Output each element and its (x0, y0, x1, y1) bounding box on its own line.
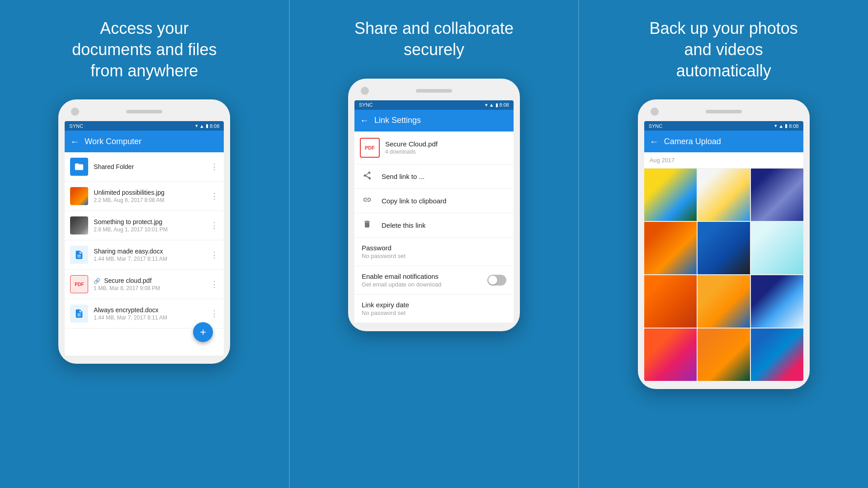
app-bar-3: ← Camera Upload (644, 131, 803, 152)
list-item[interactable]: Shared Folder ⋮ (65, 152, 224, 182)
more-icon[interactable]: ⋮ (210, 309, 218, 319)
phone-top-2 (354, 87, 514, 100)
email-notify-setting[interactable]: Enable email notifications Get email upd… (354, 266, 514, 295)
photo-cell[interactable] (644, 222, 697, 274)
status-icons-3: ▾ ▲ ▮ 8:08 (774, 123, 798, 129)
more-icon[interactable]: ⋮ (210, 250, 218, 260)
file-name: Always encrypted.docx (94, 306, 205, 314)
photo-cell[interactable] (698, 328, 750, 381)
battery-icon: ▮ (206, 123, 208, 129)
more-icon[interactable]: ⋮ (210, 162, 218, 172)
link-file-info: Secure Cloud.pdf 4 downloads (385, 140, 438, 155)
app-bar-title-2: Link Settings (374, 116, 508, 125)
docx-icon (70, 246, 88, 264)
time-2: 8:08 (500, 102, 509, 108)
status-app-name-3: SYNC (649, 123, 663, 129)
back-button-1[interactable]: ← (70, 136, 79, 147)
signal-icon: ▲ (778, 123, 783, 129)
expiry-setting[interactable]: Link expiry date No password set (354, 295, 514, 323)
fab-button[interactable]: + (193, 322, 213, 342)
phone-camera-2 (361, 87, 369, 95)
file-list-1: Shared Folder ⋮ Unlimited possibilities.… (65, 152, 224, 328)
expiry-label: Link expiry date (362, 301, 409, 309)
trash-icon (362, 220, 373, 231)
pdf-icon-large: PDF (360, 138, 380, 158)
photo-cell[interactable] (751, 222, 803, 274)
phone-3: SYNC ▾ ▲ ▮ 8:08 ← Camera Upload Aug 2017 (638, 99, 810, 389)
file-meta: 1 MB, Mar 8, 2017 9:08 PM (94, 285, 205, 291)
delete-link-item[interactable]: Delete this link (354, 213, 514, 238)
jpg-thumbnail (70, 187, 88, 205)
more-icon[interactable]: ⋮ (210, 221, 218, 230)
file-info: Something to protect.jpg 2.8 MB, Aug 1, … (94, 218, 205, 233)
list-item[interactable]: Unlimited possibilities.jpg 2.2 MB, Aug … (65, 182, 224, 211)
wifi-icon: ▾ (485, 102, 488, 108)
phone-camera-1 (71, 108, 79, 116)
status-bar-3: SYNC ▾ ▲ ▮ 8:08 (644, 121, 803, 131)
send-link-label: Send link to ... (382, 173, 425, 180)
file-meta: 2.8 MB, Aug 1, 2017 10:01 PM (94, 226, 205, 233)
time-1: 8:08 (210, 123, 219, 129)
status-app-name-2: SYNC (359, 102, 373, 108)
camera-section-label: Aug 2017 (644, 152, 803, 169)
photo-cell[interactable] (644, 169, 697, 221)
copy-link-item[interactable]: Copy link to clipboard (354, 189, 514, 213)
phone-speaker-3 (706, 110, 742, 113)
link-icon (362, 195, 373, 206)
panel-1-title: Access your documents and files from any… (58, 18, 230, 81)
more-icon[interactable]: ⋮ (210, 191, 218, 201)
photo-cell[interactable] (751, 275, 803, 328)
wifi-icon: ▾ (774, 123, 777, 129)
file-name: Shared Folder (94, 163, 205, 170)
photo-cell[interactable] (698, 275, 750, 328)
link-file-name: Secure Cloud.pdf (385, 140, 438, 148)
email-notify-label: Enable email notifications (362, 272, 441, 280)
file-info: 🔗 Secure cloud.pdf 1 MB, Mar 8, 2017 9:0… (94, 277, 205, 291)
photo-cell[interactable] (644, 328, 697, 381)
panel-1: Access your documents and files from any… (0, 0, 289, 488)
status-bar-1: SYNC ▾ ▲ ▮ 8:08 (65, 121, 224, 131)
toggle-knob (488, 276, 497, 285)
phone-screen-3: SYNC ▾ ▲ ▮ 8:08 ← Camera Upload Aug 2017 (644, 121, 803, 381)
file-meta: 1.44 MB, Mar 7, 2017 8:11 AM (94, 256, 205, 262)
list-item[interactable]: Something to protect.jpg 2.8 MB, Aug 1, … (65, 211, 224, 240)
delete-link-label: Delete this link (382, 221, 426, 229)
phone-top-3 (644, 108, 803, 121)
app-bar-title-3: Camera Upload (664, 137, 798, 146)
file-info: Shared Folder (94, 163, 205, 170)
time-3: 8:08 (789, 123, 798, 129)
photo-cell[interactable] (751, 169, 803, 221)
list-item[interactable]: Sharing made easy.docx 1.44 MB, Mar 7, 2… (65, 240, 224, 270)
app-bar-1: ← Work Computer (65, 131, 224, 152)
app-bar-2: ← Link Settings (354, 110, 514, 131)
jpg-thumbnail (70, 216, 88, 235)
expiry-value: No password set (362, 310, 409, 316)
password-setting-info: Password No password set (362, 244, 406, 259)
file-info: Always encrypted.docx 1.44 MB, Mar 7, 20… (94, 306, 205, 321)
back-button-2[interactable]: ← (360, 115, 369, 126)
photo-cell[interactable] (698, 222, 750, 274)
list-item[interactable]: PDF 🔗 Secure cloud.pdf 1 MB, Mar 8, 2017… (65, 270, 224, 299)
battery-icon: ▮ (495, 102, 498, 108)
password-setting[interactable]: Password No password set (354, 238, 514, 266)
more-icon[interactable]: ⋮ (210, 279, 218, 289)
phone-2: SYNC ▾ ▲ ▮ 8:08 ← Link Settings PDF Secu… (348, 79, 520, 331)
email-notify-info: Enable email notifications Get email upd… (362, 272, 441, 288)
status-icons-1: ▾ ▲ ▮ 8:08 (195, 123, 219, 129)
photo-cell[interactable] (644, 275, 697, 328)
phone-1: SYNC ▾ ▲ ▮ 8:08 ← Work Computer (58, 99, 230, 364)
app-bar-title-1: Work Computer (85, 137, 218, 146)
photo-cell[interactable] (751, 328, 803, 381)
photo-cell[interactable] (698, 169, 750, 221)
pdf-icon: PDF (70, 275, 88, 293)
docx-icon (70, 305, 88, 323)
file-meta: 1.44 MB, Mar 7, 2017 8:11 AM (94, 314, 205, 321)
email-toggle[interactable] (487, 275, 506, 286)
back-button-3[interactable]: ← (650, 136, 659, 147)
status-app-name-1: SYNC (69, 123, 83, 129)
phone-screen-1: SYNC ▾ ▲ ▮ 8:08 ← Work Computer (65, 121, 224, 356)
password-value: No password set (362, 253, 406, 259)
phone-speaker-2 (416, 89, 452, 93)
phone-speaker-1 (126, 110, 162, 113)
send-link-item[interactable]: Send link to ... (354, 164, 514, 189)
